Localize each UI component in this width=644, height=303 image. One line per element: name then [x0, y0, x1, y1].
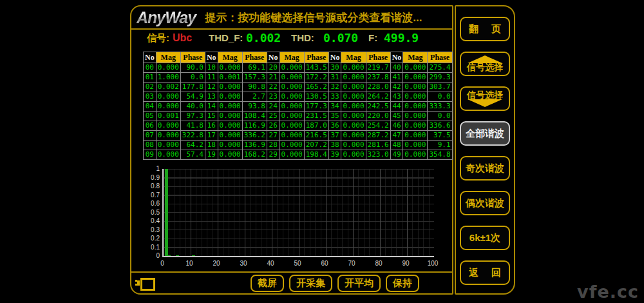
harmonic-mag: 0.000 [341, 121, 366, 131]
all-harmonics-button[interactable]: 全部谐波 [460, 121, 510, 146]
harmonic-mag: 0.000 [341, 73, 366, 83]
harmonic-no: 39 [328, 150, 341, 160]
measurement-summary-row: 信号: Ubc THD_F: 0.002 THD: 0.070 F: 499.9 [131, 30, 452, 49]
harmonic-mag: 0.000 [218, 102, 242, 112]
harmonic-mag: 0.000 [341, 92, 366, 102]
harmonic-phase: 2.7 [242, 92, 267, 102]
harmonic-phase: 333.3 [428, 102, 452, 112]
harmonic-phase: 172.2 [304, 73, 328, 83]
harmonic-no: 30 [328, 63, 341, 73]
table-row: 01 1.000 0.011 0.001 157.321 0.000 172.2… [144, 73, 453, 83]
harmonic-mag: 0.000 [341, 131, 366, 141]
harmonic-phase: 303.7 [428, 83, 452, 92]
harmonic-no: 15 [205, 112, 218, 121]
harmonic-phase: 187.0 [304, 121, 328, 131]
page-turn-button[interactable]: 翻页 [460, 17, 510, 41]
screen: AnyWay 提示：按功能键选择信号源或分类查看谐波... 信号: Ubc TH… [0, 0, 644, 303]
anyway-logo: AnyWay [137, 8, 198, 27]
harmonic-no: 19 [205, 150, 218, 160]
harmonics-table-body: 00 0.000 90.010 0.000 69.120 0.000 143.5… [144, 63, 453, 160]
main-panel: AnyWay 提示：按功能键选择信号源或分类查看谐波... 信号: Ubc TH… [130, 5, 453, 295]
x-tick-label: 40 [263, 260, 278, 267]
harmonic-phase: 0.0 [428, 92, 452, 102]
hold-button[interactable]: 保持 [386, 275, 419, 292]
signal-select-down-button[interactable]: 信号选择 [460, 86, 510, 111]
harmonic-mag: 0.000 [279, 121, 304, 131]
harmonic-mag: 0.000 [156, 121, 180, 131]
signal-select-up-button[interactable]: 信号选择 [460, 52, 510, 76]
y-tick-label: 0 [144, 252, 160, 259]
table-row: 07 0.000 322.817 0.000 336.227 0.000 216… [144, 131, 453, 141]
harmonic-no: 29 [267, 150, 279, 160]
battery-icon [135, 278, 153, 288]
x-tick-label: 0 [155, 260, 170, 267]
harmonic-phase: 228.0 [366, 83, 390, 92]
harmonic-no: 00 [144, 63, 156, 73]
harmonic-no: 21 [267, 73, 279, 83]
harmonic-mag: 0.000 [279, 73, 304, 83]
harmonic-phase: 323.0 [366, 150, 390, 160]
harmonic-phase: 242.5 [366, 102, 390, 112]
function-key-panel: 翻页信号选择信号选择全部谐波奇次谐波偶次谐波6k±1次返回 [455, 5, 515, 295]
6k-plus-minus-1-button[interactable]: 6k±1次 [460, 226, 510, 250]
col-header-no: No [205, 52, 218, 63]
harmonic-mag: 0.000 [279, 131, 304, 141]
harmonic-mag: 0.000 [279, 63, 304, 73]
harmonic-phase: 64.2 [180, 141, 205, 150]
harmonic-mag: 0.000 [218, 63, 242, 73]
col-header-phase: Phase [428, 52, 452, 63]
odd-harmonics-button[interactable]: 奇次谐波 [460, 156, 510, 181]
harmonic-phase: 0.0 [428, 112, 452, 121]
harmonic-mag: 0.000 [341, 63, 366, 73]
harmonic-no: 26 [267, 121, 279, 131]
harmonic-no: 09 [144, 150, 156, 160]
harmonic-no: 17 [205, 131, 218, 141]
down-arrow-icon [468, 99, 502, 107]
col-header-mag: Mag [341, 52, 366, 63]
start-acquisition-button[interactable]: 开采集 [289, 275, 332, 292]
harmonic-no: 01 [144, 73, 156, 83]
harmonic-mag: 0.000 [156, 141, 180, 150]
harmonic-phase: 116.9 [242, 121, 267, 131]
harmonic-mag: 0.002 [156, 83, 180, 92]
harmonic-phase: 40.0 [180, 102, 205, 112]
harmonic-mag: 0.000 [341, 150, 366, 160]
harmonic-phase: 354.8 [428, 150, 452, 160]
harmonic-bar [192, 255, 195, 256]
harmonic-no: 37 [328, 131, 341, 141]
thd-label: THD: [291, 32, 314, 43]
harmonics-table: No Mag PhaseNo Mag PhaseNo Mag PhaseNo M… [143, 52, 453, 160]
harmonic-no: 14 [205, 102, 218, 112]
harmonic-phase: 219.7 [366, 63, 390, 73]
harmonic-phase: 177.3 [304, 102, 328, 112]
harmonic-no: 16 [205, 121, 218, 131]
harmonic-no: 13 [205, 92, 218, 102]
chart-plot-area [162, 169, 434, 257]
table-row: 09 0.000 57.419 0.000 168.229 0.000 198.… [144, 150, 453, 160]
y-tick-label: 0.5 [144, 209, 160, 216]
harmonic-phase: 336.6 [428, 121, 452, 131]
start-averaging-button[interactable]: 开平均 [337, 275, 381, 292]
harmonic-no: 32 [328, 83, 341, 92]
frequency-value: 499.9 [384, 31, 419, 44]
harmonic-phase: 57.4 [180, 150, 205, 160]
harmonic-no: 05 [144, 112, 156, 121]
col-header-mag: Mag [218, 52, 242, 63]
watermark: vfe.cc [577, 282, 639, 302]
harmonic-mag: 0.000 [279, 83, 304, 92]
harmonic-mag: 0.000 [403, 63, 428, 73]
harmonic-phase: 207.2 [304, 141, 328, 150]
harmonic-phase: 69.1 [242, 63, 267, 73]
harmonic-mag: 0.000 [403, 83, 428, 92]
harmonic-no: 27 [267, 131, 279, 141]
harmonic-mag: 0.000 [218, 131, 242, 141]
harmonic-mag: 0.000 [218, 121, 242, 131]
screenshot-button[interactable]: 截屏 [251, 275, 284, 292]
harmonic-no: 36 [328, 121, 341, 131]
harmonic-no: 48 [390, 141, 403, 150]
harmonic-phase: 0.0 [180, 73, 205, 83]
col-header-no: No [267, 52, 279, 63]
return-button[interactable]: 返回 [460, 260, 510, 285]
even-harmonics-button[interactable]: 偶次谐波 [460, 191, 510, 215]
harmonic-phase: 157.3 [242, 73, 267, 83]
